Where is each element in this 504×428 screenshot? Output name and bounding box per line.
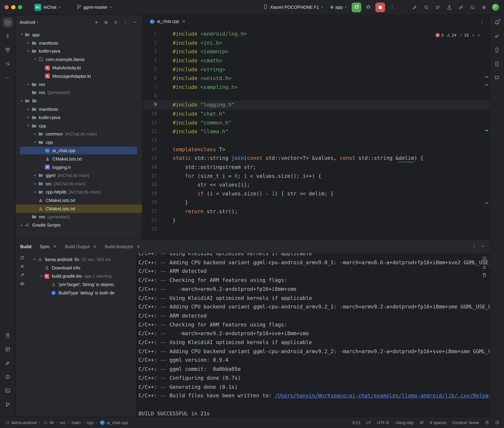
- project-item-manifests[interactable]: ▸manifests: [16, 39, 142, 47]
- project-item-cmakelists-txt[interactable]: CMakeLists.txt: [16, 204, 142, 213]
- project-item-kotlin-java[interactable]: ▸kotlin+java: [16, 113, 142, 122]
- tab-build-output[interactable]: Build Output×: [65, 239, 96, 253]
- code-line[interactable]: 14template<class T>: [143, 145, 489, 154]
- code-line[interactable]: 13: [143, 136, 489, 145]
- build-item-jvmtarget-string-is-deprec[interactable]: ⚠'jvmTarget': String' is deprec: [29, 280, 136, 288]
- user-avatar[interactable]: [491, 3, 500, 12]
- running-devices-icon[interactable]: [492, 59, 502, 69]
- app-inspection-icon[interactable]: [3, 345, 12, 354]
- close-tab-icon[interactable]: ×: [53, 244, 57, 248]
- more-run-actions-button[interactable]: ⋮: [388, 3, 396, 12]
- code-line[interactable]: 16 std::ostringstream str;: [143, 163, 489, 172]
- code-line[interactable]: 6#include <unistd.h>: [143, 74, 489, 83]
- search-icon[interactable]: [468, 3, 477, 12]
- code-line[interactable]: 21 return str.str();: [143, 207, 489, 216]
- close-tab-icon[interactable]: ×: [182, 19, 185, 23]
- code-line[interactable]: 19 if (i < values.size() - 1) { str << d…: [143, 189, 489, 198]
- code-line[interactable]: 20 }: [143, 198, 489, 207]
- device-manager-icon[interactable]: [492, 45, 502, 55]
- pin-tab-icon[interactable]: [19, 272, 25, 278]
- code-line[interactable]: 8: [143, 92, 489, 100]
- options-kebab-icon[interactable]: ⋮: [122, 18, 129, 26]
- tree-chevron-icon[interactable]: ▾: [26, 50, 31, 53]
- stop-build-icon[interactable]: [19, 264, 25, 269]
- tree-chevron-icon[interactable]: ▾: [26, 124, 31, 127]
- code-line[interactable]: 3#include <iomanip>: [143, 47, 489, 56]
- project-item-cpp[interactable]: ▾cpp: [16, 138, 142, 147]
- project-item-com-example-llama[interactable]: ▾com.example.llama: [16, 55, 142, 64]
- build-item-build-gradle-kts[interactable]: ▾Kbuild.gradle.ktsapp 1 warning: [29, 272, 136, 280]
- build-icon[interactable]: [3, 358, 12, 368]
- tests-icon[interactable]: [445, 3, 454, 12]
- indent-widget[interactable]: 4 spaces: [430, 420, 446, 425]
- project-item-kotlin-java[interactable]: ▾kotlin+java: [16, 47, 142, 55]
- caret-position-widget[interactable]: 9:21: [352, 420, 360, 425]
- code-line[interactable]: 9#include "logging.h": [143, 100, 489, 109]
- code-line[interactable]: 10#include "chat.h": [143, 109, 489, 118]
- breadcrumb-item-lib[interactable]: lib: [43, 420, 54, 425]
- project-item-app[interactable]: ▾app: [16, 31, 142, 39]
- tree-chevron-icon[interactable]: ▾: [32, 141, 38, 144]
- terminal-icon[interactable]: [3, 386, 12, 396]
- run-configuration-selector[interactable]: app ▾: [328, 4, 349, 11]
- build-options-button[interactable]: ⋮: [472, 244, 476, 249]
- project-item-ggml[interactable]: ▸ggml[AiChat.lib.main]: [16, 171, 142, 180]
- project-item-src[interactable]: ▸src[AiChat.lib.main]: [16, 180, 142, 188]
- tree-chevron-icon[interactable]: ▾: [19, 99, 25, 102]
- pull-requests-icon[interactable]: [3, 59, 12, 69]
- build-window-title[interactable]: Build: [20, 244, 32, 249]
- breadcrumb-item-cpp[interactable]: cpp: [87, 420, 94, 425]
- tree-chevron-icon[interactable]: ▾: [39, 275, 44, 278]
- prev-problem-icon[interactable]: ∧: [472, 31, 474, 40]
- breadcrumb-item-main[interactable]: main: [72, 420, 81, 425]
- tree-chevron-icon[interactable]: ▸: [26, 41, 31, 44]
- inspect-output-icon[interactable]: [19, 281, 25, 286]
- clear-all-icon[interactable]: [482, 272, 487, 278]
- editor-options-button[interactable]: ⋮: [477, 17, 486, 26]
- code-line[interactable]: 17 for (size_t i = 0; i < values.size();…: [143, 172, 489, 181]
- project-item-res[interactable]: res(generated): [16, 213, 142, 221]
- close-tab-icon[interactable]: ×: [93, 244, 96, 248]
- tree-chevron-icon[interactable]: ▸: [32, 190, 38, 193]
- link-icon[interactable]: [456, 3, 465, 12]
- tree-chevron-icon[interactable]: ▸: [32, 174, 38, 177]
- code-line[interactable]: 5#include <string>: [143, 65, 489, 74]
- error-stripe-mark[interactable]: [485, 76, 488, 77]
- tree-chevron-icon[interactable]: ▸: [26, 83, 31, 86]
- more-icon[interactable]: ⋯: [3, 73, 12, 82]
- editor-tab-ai-chat-cpp[interactable]: C+ ai_chat.cpp ×: [147, 15, 189, 28]
- project-item-manifests[interactable]: ▸manifests: [16, 105, 142, 113]
- tree-chevron-icon[interactable]: ▸: [32, 182, 38, 185]
- expand-nodes-icon[interactable]: ⇕: [112, 18, 120, 26]
- code-line[interactable]: 11#include "common.h": [143, 118, 489, 127]
- scroll-to-end-icon[interactable]: [482, 264, 487, 269]
- close-window-button[interactable]: [4, 5, 9, 9]
- next-problem-icon[interactable]: ∨: [478, 31, 480, 40]
- indent-icon[interactable]: [419, 420, 424, 425]
- project-item-cpp-httplib[interactable]: ▸cpp-httplib[AiChat.lib.main]: [16, 188, 142, 196]
- tree-chevron-icon[interactable]: ▸: [32, 132, 38, 135]
- code-line[interactable]: 4#include <cmath>: [143, 56, 489, 65]
- zoom-window-button[interactable]: [18, 5, 22, 9]
- tree-chevron-icon[interactable]: ▾: [19, 33, 25, 36]
- code-line[interactable]: 7#include <sampling.h>: [143, 83, 489, 92]
- task-list-icon[interactable]: [433, 3, 442, 12]
- breadcrumb-item-ai-chat-cpp[interactable]: C+ai_chat.cpp: [99, 420, 128, 425]
- context-widget[interactable]: Context: None: [452, 420, 479, 425]
- code-line[interactable]: 18 str << values[i];: [143, 181, 489, 189]
- version-control-icon[interactable]: [3, 400, 12, 409]
- breadcrumb-item-src[interactable]: src: [60, 420, 66, 425]
- code-line[interactable]: 22}: [143, 216, 489, 225]
- project-item-res[interactable]: res(generated): [16, 89, 142, 97]
- stop-button[interactable]: [375, 2, 385, 12]
- close-tab-icon[interactable]: ×: [137, 244, 140, 248]
- project-item-logging-h[interactable]: Hlogging.h: [16, 163, 142, 171]
- ai-actions-icon[interactable]: [410, 3, 419, 12]
- error-stripe-mark[interactable]: [485, 203, 488, 204]
- debug-button[interactable]: [364, 3, 373, 12]
- search-actions-icon[interactable]: [422, 3, 431, 12]
- code-line[interactable]: 15static std::string join(const std::vec…: [143, 154, 489, 163]
- build-item-buildtype-debug-is-both-de[interactable]: iBuildType 'debug' is both de: [29, 288, 136, 297]
- project-view-selector[interactable]: Android: [19, 19, 35, 25]
- add-icon[interactable]: +: [93, 18, 100, 26]
